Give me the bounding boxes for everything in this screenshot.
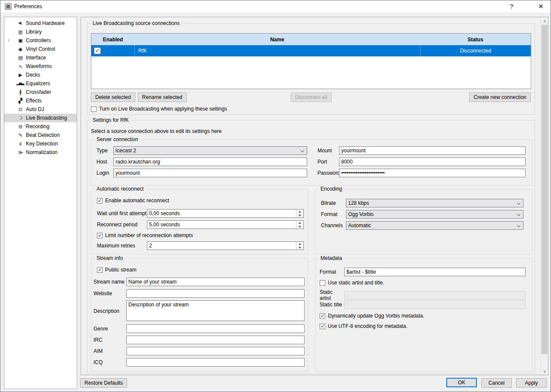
sidebar-item-sound-hardware[interactable]: ◀)Sound Hardware xyxy=(4,19,77,28)
wait-first-attempt-spinbox[interactable]: 0,00 seconds xyxy=(147,209,304,218)
ok-button[interactable]: OK xyxy=(446,378,477,387)
sidebar-item-decks[interactable]: ▶Decks xyxy=(4,71,77,79)
chevron-down-icon xyxy=(517,201,520,205)
channels-dropdown[interactable]: Automatic xyxy=(346,221,523,230)
spin-up-icon[interactable] xyxy=(296,242,303,246)
sidebar-item-effects[interactable]: ▞Effects xyxy=(4,96,77,105)
source-connections-group: Live Broadcasting source connections Ena… xyxy=(87,23,535,115)
sidebar-item-interface[interactable]: ▤Interface xyxy=(4,53,77,62)
spin-down-icon[interactable] xyxy=(296,225,303,228)
normalization-icon: ≫ xyxy=(16,149,24,156)
website-input[interactable] xyxy=(126,289,305,298)
decks-icon: ▶ xyxy=(16,71,24,78)
sidebar-item-waveforms[interactable]: ∿Waveforms xyxy=(4,62,77,71)
stream-name-label: Stream name xyxy=(93,279,126,285)
table-row[interactable]: RfK Disconnected xyxy=(91,45,531,56)
apply-button[interactable]: Apply xyxy=(516,378,547,388)
settings-for-connection-group: Settings for RfK Select a source connect… xyxy=(87,120,535,373)
stream-name-input[interactable] xyxy=(126,278,305,286)
sidebar-item-key-detection[interactable]: ♯Key Detection xyxy=(4,139,77,148)
chevron-down-icon xyxy=(517,212,520,216)
reconnect-period-label: Reconnect period xyxy=(97,222,147,228)
static-artist-label: Static artist xyxy=(320,289,344,301)
preferences-sidebar: ◀)Sound Hardware ▥Library ›▣Controllers … xyxy=(4,17,77,389)
aim-input[interactable] xyxy=(126,347,305,355)
host-input[interactable] xyxy=(113,157,307,166)
metadata-format-label: Format xyxy=(320,269,344,275)
sidebar-item-beat-detection[interactable]: ✎Beat Detection xyxy=(4,131,77,139)
expand-arrow-icon[interactable]: › xyxy=(8,37,9,43)
group-title: Automatic reconnect xyxy=(95,186,145,192)
use-static-row: Use static artist and title. xyxy=(320,280,384,286)
delete-selected-button[interactable]: Delete selected xyxy=(91,93,135,102)
icq-input[interactable] xyxy=(126,358,305,367)
title-bar: Preferences ? ✕ xyxy=(0,0,551,12)
limit-attempts-checkbox[interactable] xyxy=(97,233,103,238)
format-dropdown[interactable]: Ogg Vorbis xyxy=(346,210,523,219)
spin-up-icon[interactable] xyxy=(296,210,303,213)
turn-on-broadcasting-checkbox[interactable] xyxy=(91,106,97,112)
column-header-enabled[interactable]: Enabled xyxy=(91,34,134,45)
scroll-down-icon[interactable]: ∨ xyxy=(541,367,548,375)
port-input[interactable] xyxy=(339,157,526,166)
host-label: Host xyxy=(97,159,113,165)
wait-first-attempt-label: Wait until first attempt xyxy=(97,210,147,216)
format-label: Format xyxy=(321,211,346,217)
spin-up-icon[interactable] xyxy=(296,221,303,225)
irc-input[interactable] xyxy=(126,336,305,344)
vinyl-icon: ◉ xyxy=(16,46,24,52)
enable-reconnect-row: Enable automatic reconnect xyxy=(97,198,169,204)
close-icon[interactable]: ✕ xyxy=(531,0,551,12)
library-icon: ▥ xyxy=(16,28,24,35)
disconnect-all-button: Disconnect all xyxy=(291,93,332,102)
password-input[interactable] xyxy=(339,169,526,177)
help-button[interactable]: ? xyxy=(502,0,521,12)
spin-down-icon[interactable] xyxy=(296,246,303,250)
settings-page: Live Broadcasting source connections Ena… xyxy=(81,17,548,375)
create-new-connection-button[interactable]: Create new connection xyxy=(469,93,531,102)
name-cell: RfK xyxy=(134,45,420,56)
enabled-checkbox[interactable] xyxy=(94,47,101,54)
use-static-checkbox[interactable] xyxy=(320,280,325,286)
maximum-retries-spinbox[interactable]: 2 xyxy=(147,241,304,250)
vertical-scrollbar[interactable]: ∧ ∨ xyxy=(541,17,548,375)
sidebar-item-crossfader[interactable]: ╂Crossfader xyxy=(4,88,77,96)
group-title: Encoding xyxy=(319,186,344,192)
sidebar-item-auto-dj[interactable]: ⊡Auto DJ xyxy=(4,105,77,114)
dynamic-update-checkbox[interactable] xyxy=(320,313,325,319)
sidebar-item-normalization[interactable]: ≫Normalization xyxy=(4,148,77,157)
preferences-window: Preferences ? ✕ ◀)Sound Hardware ▥Librar… xyxy=(0,0,551,392)
sidebar-item-recording[interactable]: ⊟Recording xyxy=(4,122,77,131)
turn-on-broadcasting-row: Turn on Live Broadcasting when applying … xyxy=(91,106,227,112)
speaker-icon: ◀) xyxy=(16,20,24,27)
group-title: Settings for RfK xyxy=(91,117,131,123)
login-input[interactable] xyxy=(113,169,307,177)
utf8-checkbox[interactable] xyxy=(320,324,325,329)
cancel-button[interactable]: Cancel xyxy=(481,378,512,388)
sidebar-item-live-broadcasting[interactable]: ☽Live Broadcasting xyxy=(4,114,77,122)
genre-input[interactable] xyxy=(126,324,305,333)
login-label: Login xyxy=(97,170,113,176)
enable-reconnect-checkbox[interactable] xyxy=(97,198,103,204)
column-header-name[interactable]: Name xyxy=(134,34,420,45)
type-dropdown[interactable]: Icecast 2 xyxy=(113,146,307,155)
column-header-status[interactable]: Status xyxy=(420,34,531,45)
bitrate-dropdown[interactable]: 128 kbps xyxy=(346,199,523,207)
mount-input[interactable] xyxy=(339,146,526,155)
sidebar-item-library[interactable]: ▥Library xyxy=(4,28,77,36)
sidebar-item-equalizers[interactable]: ▂▅▃Equalizers xyxy=(4,79,77,88)
encoding-group: Encoding Bitrate 128 kbps Format Ogg Vor… xyxy=(315,189,532,254)
public-stream-checkbox[interactable] xyxy=(97,267,103,273)
restore-defaults-button[interactable]: Restore Defaults xyxy=(80,378,127,388)
scroll-up-icon[interactable]: ∧ xyxy=(541,17,548,25)
sidebar-item-vinyl-control[interactable]: ◉Vinyl Control xyxy=(4,45,77,53)
scrollbar-thumb[interactable] xyxy=(542,25,548,354)
spin-down-icon[interactable] xyxy=(296,213,303,217)
description-textarea[interactable]: Description of your stream xyxy=(126,300,305,321)
metadata-format-input[interactable] xyxy=(344,268,526,276)
server-connection-group: Server connection Type Icecast 2 Mount H… xyxy=(91,139,532,185)
maximum-retries-label: Maximum retries xyxy=(97,243,147,249)
sidebar-item-controllers[interactable]: ›▣Controllers xyxy=(4,36,77,45)
reconnect-period-spinbox[interactable]: 5,00 seconds xyxy=(147,220,304,229)
rename-selected-button[interactable]: Rename selected xyxy=(138,93,187,102)
